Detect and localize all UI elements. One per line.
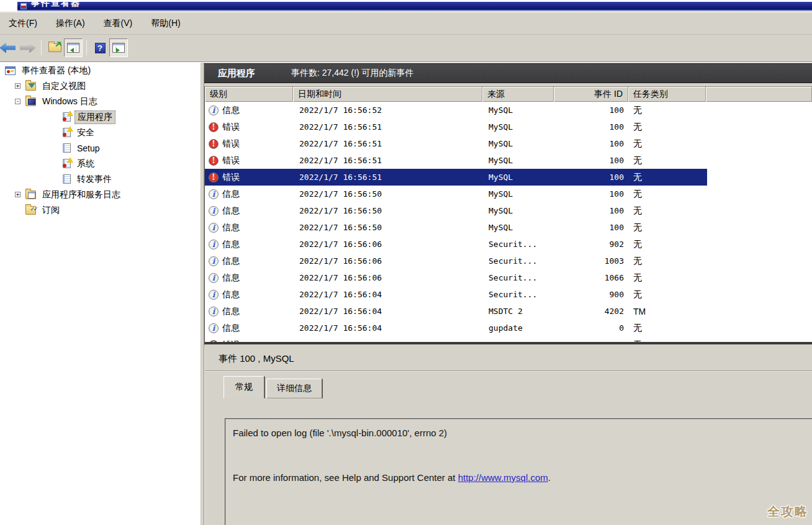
tree-item-icon xyxy=(63,143,71,153)
window-chrome: 文件(F) 操作(A) 查看(V) 帮助(H) ? xyxy=(0,12,812,62)
tree-item-icon xyxy=(63,128,71,137)
level-label: 错误 xyxy=(222,172,240,183)
level-icon xyxy=(209,189,219,199)
tree-item[interactable]: Setup xyxy=(0,140,200,156)
back-button[interactable] xyxy=(0,38,19,57)
tab-general[interactable]: 常规 xyxy=(223,376,264,398)
menu-view[interactable]: 查看(V) xyxy=(97,16,139,32)
window-title: 事件查看器 xyxy=(31,2,81,9)
table-row[interactable]: 信息 2022/1/7 16:56:06 Securit... 902 无 xyxy=(205,236,812,253)
level-label: 信息 xyxy=(222,323,240,334)
tree-item[interactable]: 应用程序 xyxy=(0,109,200,125)
menu-bar: 文件(F) 操作(A) 查看(V) 帮助(H) xyxy=(0,12,812,35)
panel-splitter[interactable] xyxy=(200,63,204,525)
level-icon xyxy=(209,156,219,166)
show-console-tree-icon xyxy=(67,43,79,53)
table-row[interactable]: 信息 2022/1/7 16:56:06 Securit... 1066 无 xyxy=(205,269,812,286)
level-icon xyxy=(209,223,219,233)
row-datetime: 2022/1/7 16:56:50 xyxy=(299,202,382,219)
menu-help[interactable]: 帮助(H) xyxy=(145,16,186,32)
toolbar: ? xyxy=(0,35,812,61)
tree-item[interactable]: 转发事件 xyxy=(0,171,200,187)
menu-file[interactable]: 文件(F) xyxy=(2,16,43,32)
table-row[interactable]: 信息 2022/1/7 16:56:04 gupdate 0 无 xyxy=(205,320,812,336)
row-datetime: 2022/1/7 16:56:51 xyxy=(299,152,382,169)
column-datetime[interactable]: 日期和时间 xyxy=(293,87,482,102)
row-source: MySQL xyxy=(489,119,513,135)
tree-expander[interactable]: - xyxy=(15,99,20,104)
row-level: 错误 xyxy=(209,152,289,169)
table-row[interactable]: 信息 2022/1/7 16:56:52 MySQL 100 无 xyxy=(205,102,812,119)
level-label: 错误 xyxy=(222,122,240,133)
toolbar-separator xyxy=(41,40,42,55)
event-rows: 信息 2022/1/7 16:56:52 MySQL 100 无 错误 2022… xyxy=(205,102,812,343)
row-level: 信息 xyxy=(209,303,289,320)
table-row[interactable]: 信息 2022/1/7 16:56:04 Securit... 900 无 xyxy=(205,286,812,303)
row-datetime: 2022/1/7 16:56:06 xyxy=(299,253,382,269)
row-level: 信息 xyxy=(209,102,289,119)
log-title: 应用程序 xyxy=(218,68,255,79)
row-event-id: 10 xyxy=(554,336,624,343)
table-row[interactable]: 信息 2022/1/7 16:56:50 MySQL 100 无 xyxy=(205,186,812,202)
row-event-id: 100 xyxy=(554,135,624,152)
mysql-support-link[interactable]: http://www.mysql.com xyxy=(458,472,548,483)
level-label: 信息 xyxy=(222,306,240,317)
row-task: 无 xyxy=(633,135,642,152)
row-task: 无 xyxy=(633,253,642,269)
table-row[interactable]: 信息 2022/1/7 16:56:04 MSDTC 2 4202 TM xyxy=(205,303,812,320)
help-button[interactable]: ? xyxy=(91,38,109,57)
row-datetime: 2022/1/7 16:56:04 xyxy=(299,303,382,320)
tree-item[interactable]: + 自定义视图 xyxy=(0,78,200,94)
console-tree-toggle-button[interactable] xyxy=(64,38,83,57)
row-level: 信息 xyxy=(209,202,289,219)
tree-expander[interactable]: + xyxy=(15,192,20,197)
open-saved-log-button[interactable] xyxy=(45,38,64,57)
level-label: 信息 xyxy=(222,205,240,217)
level-label: 信息 xyxy=(222,105,240,116)
table-row[interactable]: 错误 2022/1/7 16:57:43 WMI 10 无 xyxy=(205,336,812,343)
table-row[interactable]: 错误 2022/1/7 16:56:51 MySQL 100 无 xyxy=(205,169,812,186)
menu-action[interactable]: 操作(A) xyxy=(50,16,91,32)
tab-details[interactable]: 详细信息 xyxy=(266,379,322,398)
window-titlebar: 事件查看器 xyxy=(17,2,812,10)
table-row[interactable]: 信息 2022/1/7 16:56:06 Securit... 1003 无 xyxy=(205,253,812,269)
event-list: 级别 日期和时间 来源 事件 ID 任务类别 信息 2022/1/7 16:56… xyxy=(204,86,812,344)
tree-item[interactable]: 系统 xyxy=(0,156,200,171)
level-icon xyxy=(209,273,219,283)
row-level: 信息 xyxy=(209,286,289,303)
action-pane-toggle-button[interactable] xyxy=(109,38,128,57)
level-label: 信息 xyxy=(222,239,240,250)
preview-title: 事件 100 , MySQL xyxy=(219,353,294,365)
row-datetime: 2022/1/7 16:56:51 xyxy=(299,119,382,135)
tree-item[interactable]: 安全 xyxy=(0,125,200,140)
tree-root[interactable]: 事件查看器 (本地) xyxy=(0,63,200,78)
tree-item-label: 自定义视图 xyxy=(40,80,88,92)
table-row[interactable]: 错误 2022/1/7 16:56:51 MySQL 100 无 xyxy=(205,135,812,152)
row-level: 信息 xyxy=(209,236,289,253)
tree-item-label: 转发事件 xyxy=(74,173,114,186)
toolbar-separator xyxy=(86,40,87,55)
column-level[interactable]: 级别 xyxy=(205,87,293,102)
row-level: 信息 xyxy=(209,320,289,336)
tree-item[interactable]: 订阅 xyxy=(0,202,200,218)
row-source: MySQL xyxy=(489,169,513,186)
tree-item[interactable]: - Windows 日志 xyxy=(0,94,200,109)
row-event-id: 100 xyxy=(554,102,624,119)
table-row[interactable]: 信息 2022/1/7 16:56:50 MySQL 100 无 xyxy=(205,202,812,219)
row-task: 无 xyxy=(633,186,642,202)
column-task-category[interactable]: 任务类别 xyxy=(628,87,706,102)
column-source[interactable]: 来源 xyxy=(482,87,554,102)
table-row[interactable]: 错误 2022/1/7 16:56:51 MySQL 100 无 xyxy=(205,119,812,135)
row-event-id: 0 xyxy=(554,320,624,336)
table-row[interactable]: 信息 2022/1/7 16:56:50 MySQL 100 无 xyxy=(205,219,812,236)
tree-expander[interactable]: + xyxy=(15,83,20,89)
tree-item[interactable]: + 应用程序和服务日志 xyxy=(0,187,200,202)
row-event-id: 1003 xyxy=(554,253,624,269)
level-icon xyxy=(209,323,219,333)
column-event-id[interactable]: 事件 ID xyxy=(554,87,628,102)
table-row[interactable]: 错误 2022/1/7 16:56:51 MySQL 100 无 xyxy=(205,152,812,169)
row-source: Securit... xyxy=(489,253,537,269)
level-label: 信息 xyxy=(222,272,240,284)
forward-button[interactable] xyxy=(19,38,37,57)
tree-item-icon xyxy=(25,82,36,91)
